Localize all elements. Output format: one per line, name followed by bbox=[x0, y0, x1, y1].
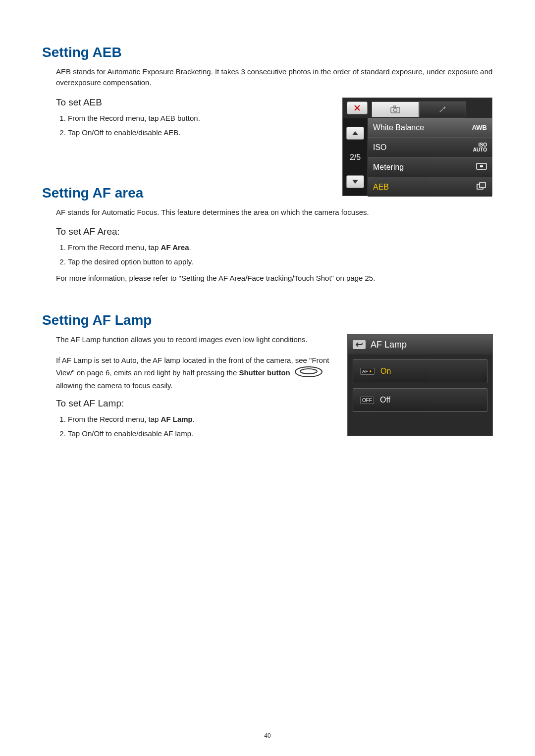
menu-page-indicator: 2/5 bbox=[350, 153, 361, 162]
subhead-to-set-af-area: To set AF Area: bbox=[56, 226, 493, 237]
steps-af-area: From the Record menu, tap AF Area. Tap t… bbox=[68, 242, 493, 267]
svg-marker-5 bbox=[352, 131, 358, 135]
shutter-button-icon bbox=[294, 366, 323, 381]
menu-value-awb: AWB bbox=[472, 124, 487, 131]
heading-setting-aeb: Setting AEB bbox=[42, 45, 493, 60]
af-badge-icon: AF✦ bbox=[360, 368, 374, 375]
option-label: Off bbox=[380, 396, 390, 404]
heading-setting-af-lamp: Setting AF Lamp bbox=[42, 312, 493, 328]
tab-camera[interactable] bbox=[372, 101, 419, 117]
step-afarea-2: Tap the desired option button to apply. bbox=[68, 256, 493, 267]
option-on[interactable]: AF✦ On bbox=[353, 359, 487, 383]
af-lamp-screenshot: AF Lamp AF✦ On OFF Off bbox=[347, 334, 493, 436]
menu-label: ISO bbox=[373, 143, 473, 152]
menu-row-metering[interactable]: Metering bbox=[368, 157, 492, 177]
note-af-area: For more information, please refer to "S… bbox=[56, 273, 493, 284]
svg-point-3 bbox=[393, 108, 397, 112]
menu-row-iso[interactable]: ISO ISOAUTO bbox=[368, 138, 492, 157]
svg-rect-8 bbox=[480, 165, 483, 167]
svg-point-12 bbox=[300, 369, 317, 374]
intro-af-area: AF stands for Automatic Focus. This feat… bbox=[56, 207, 493, 218]
menu-value-iso: ISOAUTO bbox=[473, 143, 487, 152]
triangle-down-icon bbox=[352, 179, 359, 184]
menu-label: Metering bbox=[373, 163, 476, 172]
metering-icon bbox=[476, 163, 487, 171]
record-menu-screenshot: 2/5 White Balance AWB ISO ISOAUTO Meteri… bbox=[342, 98, 492, 196]
intro-aeb: AEB stands for Automatic Exposure Bracke… bbox=[56, 66, 493, 88]
triangle-up-icon bbox=[352, 131, 359, 136]
option-off[interactable]: OFF Off bbox=[353, 388, 487, 412]
close-icon bbox=[354, 105, 360, 111]
heading-setting-af-area: Setting AF area bbox=[42, 185, 493, 201]
back-icon bbox=[355, 342, 363, 348]
tab-settings[interactable] bbox=[419, 101, 467, 117]
page-number: 40 bbox=[0, 732, 535, 739]
off-badge-icon: OFF bbox=[360, 397, 374, 404]
svg-rect-4 bbox=[393, 106, 396, 107]
back-button[interactable] bbox=[353, 340, 366, 349]
menu-scroll-up[interactable] bbox=[346, 127, 364, 140]
close-button[interactable] bbox=[347, 101, 368, 114]
step-afarea-1: From the Record menu, tap AF Area. bbox=[68, 242, 493, 252]
svg-marker-6 bbox=[352, 180, 358, 184]
screen-title: AF Lamp bbox=[371, 340, 407, 350]
camera-icon bbox=[390, 105, 400, 113]
option-label: On bbox=[380, 367, 391, 376]
menu-row-white-balance[interactable]: White Balance AWB bbox=[368, 118, 492, 138]
menu-label: White Balance bbox=[373, 123, 472, 132]
wrench-icon bbox=[438, 105, 447, 114]
